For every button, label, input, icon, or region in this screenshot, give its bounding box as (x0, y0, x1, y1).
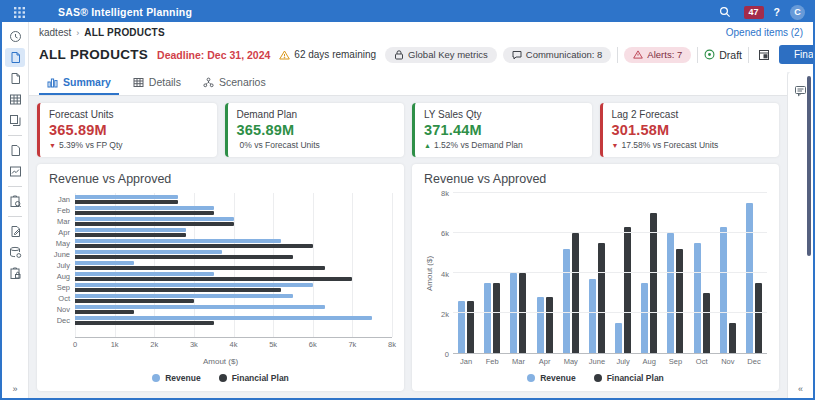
kpi-delta-icon: ▼ (49, 142, 56, 149)
legend-label: Revenue (165, 373, 200, 383)
toolbar-divider (697, 47, 698, 63)
kpi-card-0[interactable]: Forecast Units 365.89M ▼5.39% vs FP Qty (37, 103, 217, 157)
bar-financial-plan (75, 288, 281, 292)
finalize-button[interactable]: Finalize (779, 45, 815, 64)
legend-label: Revenue (540, 373, 575, 383)
bar-group-nov (715, 193, 741, 353)
tab-details[interactable]: Details (125, 72, 189, 95)
kpi-card-1[interactable]: Demand Plan 365.89M 0% vs Forecast Units (225, 103, 405, 157)
title-bar: ALL PRODUCTS Deadline: Dec 31, 2024 62 d… (29, 41, 813, 72)
communication-button[interactable]: Communication: 8 (503, 47, 612, 63)
opened-items-link[interactable]: Opened items (2) (726, 27, 803, 38)
clipboard-search-icon[interactable] (5, 192, 25, 211)
chart-icon[interactable] (5, 162, 25, 181)
tab-scenarios[interactable]: Scenarios (195, 72, 274, 95)
legend-item-financial-plan[interactable]: Financial Plan (219, 373, 289, 383)
legend-item-revenue[interactable]: Revenue (152, 373, 200, 383)
bar-revenue (75, 283, 313, 287)
x-tick-label: 3k (190, 340, 198, 349)
alerts-button[interactable]: Alerts: 7 (624, 47, 691, 63)
clipboard-lock-icon[interactable] (5, 264, 25, 283)
kpi-label: Forecast Units (49, 109, 207, 120)
category-label: May (49, 238, 75, 249)
vertical-scrollbar[interactable] (807, 76, 811, 256)
bar-group-feb (75, 205, 392, 216)
legend-dot (527, 374, 535, 382)
recents-icon[interactable] (5, 27, 25, 46)
document-icon[interactable] (5, 69, 25, 88)
global-key-metrics-button[interactable]: Global Key metrics (385, 47, 497, 63)
app-launcher-icon[interactable] (10, 3, 28, 21)
bar-financial-plan (493, 283, 500, 353)
sidebar-divider (8, 135, 22, 136)
sidebar-divider (8, 186, 22, 187)
bar-financial-plan (75, 200, 178, 204)
kpi-delta-icon: ▼ (612, 142, 619, 149)
bar-financial-plan (75, 211, 214, 215)
alerts-label: Alerts: 7 (647, 49, 682, 60)
rail-collapse-icon[interactable]: « (788, 384, 813, 394)
category-label: July (610, 357, 636, 366)
category-label: Oct (689, 357, 715, 366)
x-tick-label: 2k (150, 340, 158, 349)
kpi-value: 301.58M (612, 122, 770, 138)
kpi-delta: ▲1.52% vs Demand Plan (424, 140, 582, 150)
kpi-value: 371.44M (424, 122, 582, 138)
vchart-plot (453, 193, 767, 354)
category-label: July (49, 260, 75, 271)
bar-revenue (75, 217, 234, 221)
category-label: Aug (49, 271, 75, 282)
plan-document-icon[interactable] (5, 48, 25, 67)
y-tick-label: 0 (445, 350, 449, 359)
bar-financial-plan (519, 273, 526, 353)
category-label: Dec (741, 357, 767, 366)
data-gear-icon[interactable] (5, 243, 25, 262)
tab-scenarios-label: Scenarios (219, 76, 266, 88)
bar-group-sep (662, 193, 688, 353)
category-label: May (558, 357, 584, 366)
kpi-delta-text: 0% vs Forecast Units (240, 140, 320, 150)
calendar-grid-icon[interactable] (755, 46, 773, 64)
kpi-card-3[interactable]: Lag 2 Forecast 301.58M ▼17.58% vs Foreca… (600, 103, 780, 157)
legend-item-financial-plan[interactable]: Financial Plan (594, 373, 664, 383)
bar-revenue (75, 261, 134, 265)
blank-document-icon[interactable] (5, 141, 25, 160)
y-tick-label: 2k (441, 309, 449, 318)
bar-financial-plan (75, 222, 234, 226)
category-label: June (584, 357, 610, 366)
help-icon[interactable]: ? (774, 6, 780, 18)
breadcrumb-parent[interactable]: kadtest (39, 27, 71, 38)
sidebar-expand-icon[interactable]: » (2, 384, 28, 394)
y-tick-label: 6k (441, 229, 449, 238)
bar-revenue (667, 233, 674, 353)
status-draft[interactable]: Draft (704, 49, 742, 61)
hchart-legend: RevenueFinancial Plan (49, 373, 392, 383)
data-table-icon[interactable] (5, 90, 25, 109)
bar-group-mar (505, 193, 531, 353)
document-edit-icon[interactable] (5, 222, 25, 241)
vchart-yaxis: 02k4k6k8k (435, 193, 453, 354)
legend-item-revenue[interactable]: Revenue (527, 373, 575, 383)
bar-group-oct (689, 193, 715, 353)
bar-financial-plan (598, 243, 605, 353)
bar-group-nov (75, 304, 392, 315)
tabs: Summary Details Scenarios (29, 72, 787, 96)
category-label: Nov (49, 304, 75, 315)
bar-revenue (75, 316, 372, 320)
notifications-badge[interactable]: 47 (744, 6, 764, 19)
bar-group-june (75, 249, 392, 260)
search-icon[interactable] (716, 3, 734, 21)
copy-pages-icon[interactable] (5, 111, 25, 130)
kpi-delta: ▼17.58% vs Forecast Units (612, 140, 770, 150)
deadline-text: Deadline: Dec 31, 2024 (157, 49, 270, 61)
avatar[interactable]: C (790, 5, 805, 20)
kpi-card-2[interactable]: LY Sales Qty 371.44M ▲1.52% vs Demand Pl… (412, 103, 592, 157)
bar-revenue (75, 294, 293, 298)
kpi-value: 365.89M (49, 122, 207, 138)
category-label: Sep (49, 282, 75, 293)
draft-status-icon (704, 49, 715, 60)
tab-summary[interactable]: Summary (39, 72, 119, 95)
category-label: Oct (49, 293, 75, 304)
hchart-xaxis: 01k2k3k4k5k6k7k8k (75, 337, 392, 348)
bar-group-dec (741, 193, 767, 353)
